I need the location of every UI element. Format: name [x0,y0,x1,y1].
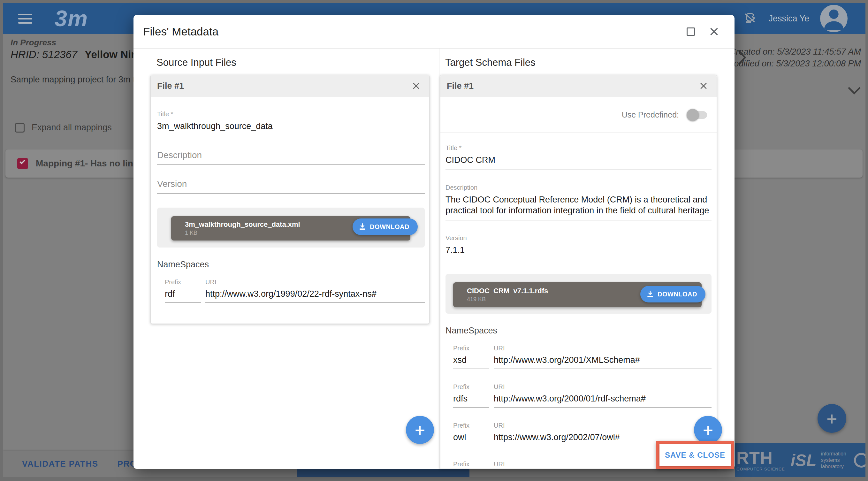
expand-all-checkbox[interactable] [15,123,25,132]
header-right: Jessica Ye [743,3,847,34]
source-file-card-header: File #1 [151,75,429,97]
prefix-input[interactable]: rdfs [453,394,489,408]
modal-columns: Source Input Files File #1 Title * 3m_wa… [133,49,735,469]
project-hrid-line: HRID: 512367 Yellow Nine [10,49,144,61]
prefix-input[interactable]: rdf [165,289,201,303]
project-hrid: HRID: 512367 [10,49,77,60]
prefix-label: Prefix [453,422,489,429]
download-icon [646,290,654,298]
prefix-input[interactable]: xsd [453,355,489,369]
use-predefined-toggle[interactable] [688,111,707,119]
source-description-input[interactable]: Description [157,150,425,165]
uri-label: URI [494,344,712,352]
isl-logo-text: information systems laboratory [821,451,846,470]
download-icon [358,222,367,231]
target-download-button[interactable]: DOWNLOAD [640,286,706,302]
title-label: Title * [445,144,712,152]
target-description-input[interactable]: The CIDOC Conceptual Reference Model (CR… [445,194,712,220]
use-predefined-label: Use Predefined: [622,110,679,119]
source-title-field: Title * 3m_walkthrough_source_data [157,111,425,136]
save-and-close-button[interactable]: SAVE & CLOSE [659,444,731,466]
prefix-label: Prefix [453,344,489,352]
prefix-label: Prefix [165,278,201,286]
modal-title: Files' Metadata [143,25,218,38]
source-column: Source Input Files File #1 Title * 3m_wa… [133,49,439,469]
chevron-down-icon[interactable] [847,86,862,95]
target-file-card-body: Title * CIDOC CRM Description The CIDOC … [440,133,717,469]
remove-file-icon[interactable] [411,81,421,91]
target-file-card: File #1 Use Predefined: Title * CIDOC CR… [440,75,717,469]
annotation-highlight: SAVE & CLOSE [656,441,734,469]
background-navy-bar [297,468,469,477]
target-version-input[interactable]: 7.1.1 [445,245,712,260]
maximize-icon[interactable] [687,27,695,36]
created-on: Created on: 5/3/2023 11:45:57 AM [727,46,861,58]
isl-logo: iSL [791,451,816,470]
title-label: Title * [157,111,425,118]
target-namespaces-heading: NameSpaces [445,326,712,336]
source-version-input[interactable]: Version [157,179,425,193]
target-title-input[interactable]: CIDOC CRM [445,155,712,170]
target-heading: Target Schema Files [445,57,535,68]
source-file-box: 3m_walkthrough_source_data.xml 1 KB DOWN… [157,208,425,247]
mapping-label: Mapping #1- Has no links ( [36,158,149,169]
source-file-card: File #1 Title * 3m_walkthrough_source_da… [150,75,430,324]
source-file-card-body: Title * 3m_walkthrough_source_data Descr… [151,97,429,303]
file-card-title: File #1 [447,81,474,91]
namespace-row: Prefix xsd URI http://www.w3.org/2001/XM… [453,344,712,369]
source-namespaces: Prefix rdf URI http://www.w3.org/1999/02… [157,278,425,303]
file-card-title: File #1 [157,81,184,91]
source-namespaces-heading: NameSpaces [157,260,425,270]
user-name: Jessica Ye [768,14,809,24]
files-metadata-modal: Files' Metadata Source Input Files File … [133,15,735,469]
uri-label: URI [494,383,712,391]
screen: 3m Jessica Ye In Progre [0,0,868,481]
avatar[interactable] [820,5,847,32]
version-label: Version [445,234,712,242]
window-controls [687,26,720,37]
modified-on: Modified on: 5/3/2023 12:00:08 PM [727,58,861,70]
namespace-row: Prefix rdf URI http://www.w3.org/1999/02… [165,278,425,303]
check-icon [20,159,25,164]
remove-file-icon[interactable] [699,81,708,91]
close-icon[interactable] [708,26,720,37]
uri-label: URI [494,422,712,429]
add-target-file-fab[interactable]: + [694,416,722,444]
expand-all-label: Expand all mappings [32,123,112,132]
uri-input[interactable]: http://www.w3.org/1999/02/22-rdf-syntax-… [205,289,425,303]
toggle-knob [687,109,699,121]
menu-icon[interactable] [18,11,32,26]
source-heading: Source Input Files [156,57,236,68]
prefix-label: Prefix [453,460,489,468]
uri-input[interactable]: http://www.w3.org/2001/XMLSchema# [494,355,712,369]
project-description: Sample mapping project for 3m tu [10,75,140,85]
footer-logos: RTH COMPUTER SCIENCE iSL information sys… [735,443,865,477]
validate-paths-button[interactable]: VALIDATE PATHS [22,459,98,469]
project-status: In Progress [10,38,56,48]
forth-logo-subtext: COMPUTER SCIENCE [737,467,785,471]
source-version-field: Version [157,179,425,193]
notifications-icon[interactable] [743,12,757,25]
description-label: Description [445,184,712,191]
target-file-box: CIDOC_CRM_v7.1.1.rdfs 419 KB DOWNLOAD [445,274,712,313]
source-download-button[interactable]: DOWNLOAD [352,218,418,235]
source-title-input[interactable]: 3m_walkthrough_source_data [157,121,425,136]
uri-label: URI [205,278,425,286]
namespace-row: Prefix rdfs URI http://www.w3.org/2000/0… [453,383,712,408]
target-version-field: Version 7.1.1 [445,234,712,260]
uri-input[interactable]: http://www.w3.org/2000/01/rdf-schema# [494,394,712,408]
prefix-label: Prefix [453,383,489,391]
use-predefined-row: Use Predefined: [440,97,717,133]
add-mapping-fab[interactable]: + [817,404,846,433]
target-file-card-header: File #1 [440,75,717,97]
prefix-input[interactable]: owl [453,432,489,446]
target-column: Target Schema Files File #1 Use Predefin… [439,49,735,469]
forth-logo: RTH COMPUTER SCIENCE [737,449,785,471]
mapping-checkbox[interactable] [17,158,28,169]
cci-logo [854,453,865,468]
target-title-field: Title * CIDOC CRM [445,144,712,170]
add-source-file-fab[interactable]: + [406,416,434,444]
target-description-field: Description The CIDOC Conceptual Referen… [445,184,712,220]
source-description-field: Description [157,150,425,165]
person-icon [820,5,847,32]
